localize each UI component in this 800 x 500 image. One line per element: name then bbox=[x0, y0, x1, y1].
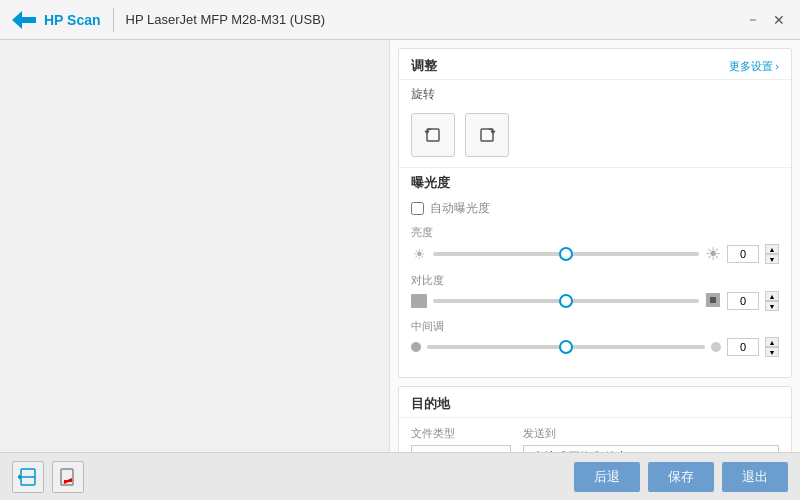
adjust-section: 调整 更多设置 › 旋转 bbox=[398, 48, 792, 378]
destination-title: 目的地 bbox=[411, 395, 450, 413]
midtone-low-icon bbox=[411, 342, 421, 352]
brightness-value-box: 0 bbox=[727, 245, 759, 263]
midtone-up-button[interactable]: ▲ bbox=[765, 337, 779, 347]
contrast-value-input[interactable]: 0 bbox=[727, 292, 759, 310]
title-divider bbox=[113, 8, 114, 32]
svg-rect-4 bbox=[710, 297, 716, 303]
brightness-value-input[interactable]: 0 bbox=[727, 245, 759, 263]
bottom-actions: 后退 保存 退出 bbox=[574, 462, 788, 492]
title-bar: HP Scan HP LaserJet MFP M28-M31 (USB) － … bbox=[0, 0, 800, 40]
brightness-spin: ▲ ▼ bbox=[765, 244, 779, 264]
midtone-value-input[interactable]: 0 bbox=[727, 338, 759, 356]
contrast-label: 对比度 bbox=[411, 273, 779, 288]
midtone-row: 0 ▲ ▼ bbox=[411, 337, 779, 357]
main-content: 调整 更多设置 › 旋转 bbox=[0, 40, 800, 452]
midtone-value-box: 0 bbox=[727, 338, 759, 356]
send-to-label: 发送到 bbox=[523, 426, 779, 441]
app-logo: HP Scan bbox=[10, 9, 101, 31]
rotate-label-row: 旋转 bbox=[399, 80, 791, 103]
auto-exposure-label: 自动曝光度 bbox=[430, 200, 490, 217]
more-settings-label: 更多设置 bbox=[729, 59, 773, 74]
file-type-select-wrapper: PDF JPEG PNG TIFF ▼ bbox=[411, 445, 511, 452]
brightness-row: ☀ ☀ 0 ▲ ▼ bbox=[411, 243, 779, 265]
bottom-bar: 后退 保存 退出 bbox=[0, 452, 800, 500]
contrast-value-box: 0 bbox=[727, 292, 759, 310]
rotate-right-icon bbox=[475, 123, 499, 147]
exposure-label-row: 曝光度 bbox=[399, 167, 791, 192]
app-name: HP Scan bbox=[44, 12, 101, 28]
midtone-slider[interactable] bbox=[427, 345, 705, 349]
auto-exposure-checkbox[interactable] bbox=[411, 202, 424, 215]
brightness-slider[interactable] bbox=[433, 252, 699, 256]
destination-content: 文件类型 PDF JPEG PNG TIFF ▼ 发送到 bbox=[399, 418, 791, 452]
contrast-row: 0 ▲ ▼ bbox=[411, 291, 779, 311]
file-type-label: 文件类型 bbox=[411, 426, 511, 441]
adjust-title: 调整 bbox=[411, 57, 437, 75]
delete-icon bbox=[58, 467, 78, 487]
preview-panel bbox=[0, 40, 390, 452]
save-button[interactable]: 保存 bbox=[648, 462, 714, 492]
delete-scan-button[interactable] bbox=[52, 461, 84, 493]
rotate-left-icon bbox=[421, 123, 445, 147]
more-settings-link[interactable]: 更多设置 › bbox=[729, 59, 779, 74]
minimize-button[interactable]: － bbox=[742, 9, 764, 31]
auto-exposure-row: 自动曝光度 bbox=[411, 200, 779, 217]
midtone-label: 中间调 bbox=[411, 319, 779, 334]
rotate-controls bbox=[399, 103, 791, 167]
brightness-label: 亮度 bbox=[411, 225, 779, 240]
hp-logo-icon bbox=[10, 9, 38, 31]
file-type-col: 文件类型 PDF JPEG PNG TIFF ▼ bbox=[411, 426, 511, 452]
contrast-high-icon bbox=[705, 293, 721, 310]
settings-panel: 调整 更多设置 › 旋转 bbox=[390, 40, 800, 452]
contrast-spin: ▲ ▼ bbox=[765, 291, 779, 311]
destination-section: 目的地 文件类型 PDF JPEG PNG TIFF ▼ bbox=[398, 386, 792, 452]
svg-marker-0 bbox=[12, 11, 36, 29]
midtone-down-button[interactable]: ▼ bbox=[765, 347, 779, 357]
contrast-low-icon bbox=[411, 294, 427, 308]
brightness-high-icon: ☀ bbox=[705, 243, 721, 265]
send-to-col: 发送到 本地或网络文件夹 电子邮件 USB ▼ bbox=[523, 426, 779, 452]
file-type-select[interactable]: PDF JPEG PNG TIFF bbox=[411, 445, 511, 452]
midtone-high-icon bbox=[711, 342, 721, 352]
contrast-up-button[interactable]: ▲ bbox=[765, 291, 779, 301]
window-controls: － ✕ bbox=[742, 9, 790, 31]
destination-header: 目的地 bbox=[399, 387, 791, 418]
rotate-label: 旋转 bbox=[411, 87, 435, 101]
exposure-title: 曝光度 bbox=[411, 175, 450, 190]
bottom-icons bbox=[12, 461, 574, 493]
send-to-select[interactable]: 本地或网络文件夹 电子邮件 USB bbox=[523, 445, 779, 452]
device-name: HP LaserJet MFP M28-M31 (USB) bbox=[126, 12, 326, 27]
close-button[interactable]: ✕ bbox=[768, 9, 790, 31]
destination-row: 文件类型 PDF JPEG PNG TIFF ▼ 发送到 bbox=[411, 426, 779, 452]
brightness-low-icon: ☀ bbox=[411, 246, 427, 262]
scan-document-icon bbox=[18, 467, 38, 487]
rotate-left-button[interactable] bbox=[411, 113, 455, 157]
exposure-content: 自动曝光度 亮度 ☀ ☀ 0 ▲ ▼ 对比度 bbox=[399, 192, 791, 377]
contrast-icon bbox=[706, 293, 720, 307]
contrast-down-button[interactable]: ▼ bbox=[765, 301, 779, 311]
scan-icon-button[interactable] bbox=[12, 461, 44, 493]
send-to-select-wrapper: 本地或网络文件夹 电子邮件 USB ▼ bbox=[523, 445, 779, 452]
brightness-down-button[interactable]: ▼ bbox=[765, 254, 779, 264]
adjust-header: 调整 更多设置 › bbox=[399, 49, 791, 80]
contrast-slider[interactable] bbox=[433, 299, 699, 303]
exit-button[interactable]: 退出 bbox=[722, 462, 788, 492]
back-button[interactable]: 后退 bbox=[574, 462, 640, 492]
more-settings-chevron-icon: › bbox=[775, 60, 779, 72]
brightness-up-button[interactable]: ▲ bbox=[765, 244, 779, 254]
midtone-spin: ▲ ▼ bbox=[765, 337, 779, 357]
rotate-right-button[interactable] bbox=[465, 113, 509, 157]
